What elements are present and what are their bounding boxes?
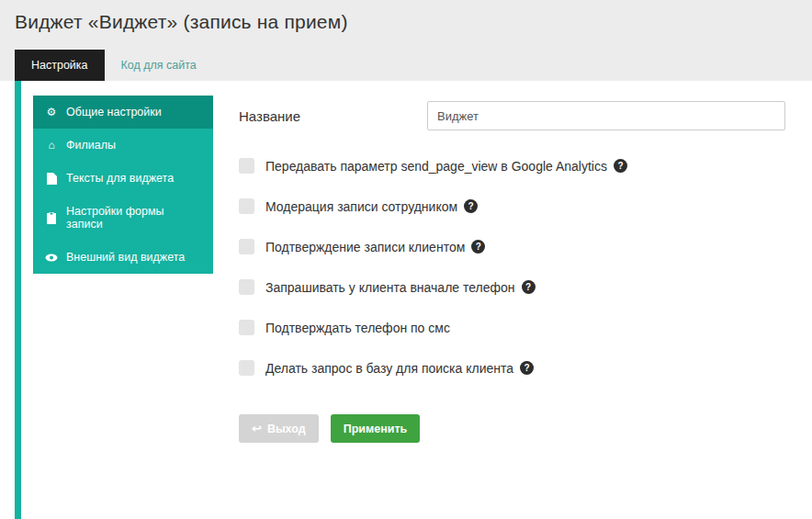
checkbox-row-client-lookup: Делать запрос в базу для поиска клиента …: [239, 360, 812, 376]
tab-settings[interactable]: Настройка: [15, 50, 105, 81]
checkbox-row-analytics: Передавать параметр send_page_view в Goo…: [239, 158, 812, 174]
sidebar-item-label: Внешний вид виджета: [66, 251, 185, 264]
sidebar: ⚙ Общие настройки ⌂ Филиалы Тексты для в…: [33, 96, 213, 274]
tab-site-code[interactable]: Код для сайта: [105, 50, 213, 81]
gear-icon: ⚙: [44, 106, 59, 118]
sidebar-item-label: Филиалы: [66, 139, 116, 152]
sidebar-item-label: Настройки формы записи: [66, 205, 202, 231]
sidebar-item-label: Тексты для виджета: [66, 172, 174, 185]
checkbox-ask-phone-first[interactable]: [239, 279, 254, 295]
file-icon: [44, 173, 59, 185]
help-icon[interactable]: ?: [464, 199, 478, 213]
checkbox-label: Запрашивать у клиента вначале телефон: [265, 280, 515, 295]
sidebar-item-booking-form-settings[interactable]: Настройки формы записи: [33, 195, 213, 241]
checkbox-client-db-lookup[interactable]: [239, 360, 254, 376]
help-icon[interactable]: ?: [614, 159, 627, 173]
settings-form: Название Передавать параметр send_page_v…: [239, 101, 812, 519]
sidebar-item-general-settings[interactable]: ⚙ Общие настройки: [33, 96, 213, 129]
checkbox-label: Передавать параметр send_page_view в Goo…: [265, 159, 607, 174]
help-icon[interactable]: ?: [522, 280, 536, 294]
tab-bar: Настройка Код для сайта: [0, 46, 812, 81]
checkbox-label: Подтверждать телефон по смс: [265, 321, 450, 335]
sidebar-item-widget-appearance[interactable]: Внешний вид виджета: [33, 241, 213, 274]
home-icon: ⌂: [44, 139, 59, 152]
apply-button[interactable]: Применить: [331, 414, 421, 443]
checkbox-row-moderation: Модерация записи сотрудником ?: [239, 198, 812, 214]
checkbox-label: Модерация записи сотрудником: [265, 199, 457, 214]
help-icon[interactable]: ?: [520, 361, 534, 375]
checkbox-label: Делать запрос в базу для поиска клиента: [265, 361, 513, 376]
sidebar-item-widget-texts[interactable]: Тексты для виджета: [33, 162, 213, 195]
checkbox-row-sms-confirmation: Подтверждать телефон по смс: [239, 320, 812, 335]
name-field-label: Название: [239, 108, 427, 124]
exit-button-label: Выход: [267, 423, 306, 435]
checkbox-row-phone-first: Запрашивать у клиента вначале телефон ?: [239, 279, 812, 295]
checkbox-client-confirmation[interactable]: [239, 239, 254, 254]
apply-button-label: Применить: [344, 423, 408, 435]
content-area: ⚙ Общие настройки ⌂ Филиалы Тексты для в…: [0, 81, 812, 519]
name-field-row: Название: [239, 101, 812, 130]
accent-strip: [15, 81, 21, 519]
help-icon[interactable]: ?: [471, 240, 485, 254]
sidebar-item-branches[interactable]: ⌂ Филиалы: [33, 129, 213, 162]
sidebar-item-label: Общие настройки: [66, 106, 162, 118]
clipboard-icon: [44, 212, 59, 224]
checkbox-sms-confirmation[interactable]: [239, 320, 254, 335]
back-arrow-icon: ↩: [252, 422, 262, 435]
eye-icon: [44, 254, 59, 262]
form-actions: ↩ Выход Применить: [239, 414, 812, 443]
page: Виджет «Виджет» (запись на прием) Настро…: [0, 0, 812, 519]
checkbox-send-page-view[interactable]: [239, 158, 254, 174]
page-title: Виджет «Виджет» (запись на прием): [15, 11, 797, 33]
exit-button[interactable]: ↩ Выход: [239, 414, 319, 443]
checkbox-staff-moderation[interactable]: [239, 198, 254, 214]
widget-name-input[interactable]: [427, 101, 785, 130]
checkbox-row-client-confirmation: Подтверждение записи клиентом ?: [239, 239, 812, 254]
page-header: Виджет «Виджет» (запись на прием): [0, 0, 812, 46]
checkbox-label: Подтверждение записи клиентом: [265, 240, 465, 254]
